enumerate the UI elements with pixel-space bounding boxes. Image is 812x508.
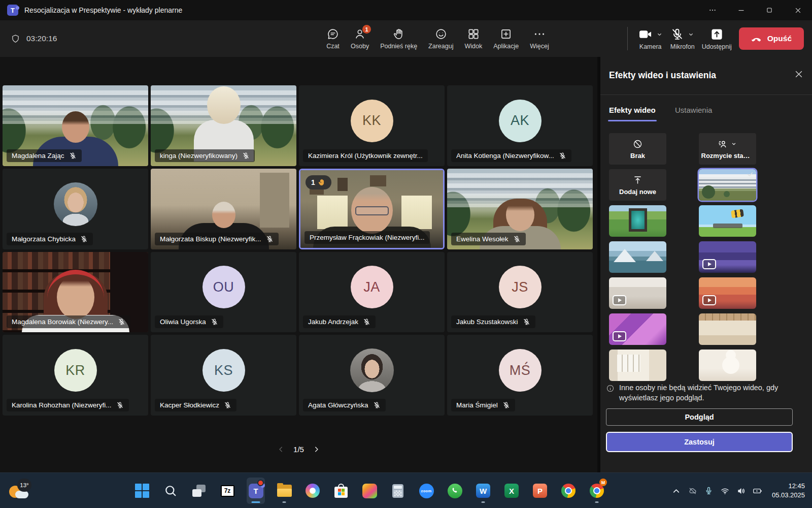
avatar-photo: [350, 348, 394, 392]
volume-icon[interactable]: [736, 486, 746, 496]
participant-name-label: Małgorzata Chybicka: [7, 233, 93, 245]
share-screen-icon[interactable]: [710, 27, 724, 41]
avatar-initials: AK: [499, 100, 542, 142]
close-panel-icon[interactable]: [794, 69, 804, 79]
tab-ustawienia[interactable]: Ustawienia: [675, 106, 712, 114]
microphone-options-chevron-icon[interactable]: [687, 30, 695, 38]
next-page-icon[interactable]: [312, 445, 321, 454]
avatar-initials: JS: [499, 266, 542, 308]
taskbar-clock[interactable]: 12:45 05.03.2025: [772, 482, 805, 499]
background-thumbnail-white-arches[interactable]: [699, 350, 756, 381]
ban-icon: [632, 139, 643, 149]
toolbar-button-aplikacje[interactable]: Aplikacje: [489, 20, 523, 57]
tray-microphone-icon[interactable]: [704, 486, 714, 496]
search-button[interactable]: [161, 478, 180, 504]
mic-muted-icon: [211, 318, 218, 326]
participant-tile-8[interactable]: Ewelina Wesołek: [447, 169, 593, 249]
effect-option-blur[interactable]: Rozmycie stand...: [699, 133, 756, 165]
background-thumbnail-minecraft-bee[interactable]: [699, 205, 756, 237]
leave-meeting-button[interactable]: Opuść: [739, 27, 804, 50]
task-view-icon: [192, 484, 206, 498]
effect-option-none[interactable]: Brak: [609, 133, 666, 165]
mic-muted-icon: [523, 318, 530, 326]
participant-tile-5[interactable]: Małgorzata Chybicka: [3, 169, 148, 249]
toolbar-button-widok[interactable]: Widok: [460, 20, 487, 57]
people-icon: 1: [353, 27, 366, 41]
participant-tile-15[interactable]: Agata Główczyńska: [299, 335, 445, 416]
hangup-phone-icon: [751, 33, 762, 44]
camera-icon[interactable]: [638, 27, 653, 42]
chrome-app[interactable]: [559, 478, 578, 504]
7zip-app[interactable]: 7z: [218, 478, 236, 504]
participant-tile-6[interactable]: Małgorzata Biskup (Niezweryfik...: [151, 169, 296, 249]
minimize-button[interactable]: [727, 0, 755, 20]
candy-crush-icon: [362, 484, 377, 498]
participant-tile-16[interactable]: MŚMaria Śmigiel: [447, 335, 593, 416]
weather-widget[interactable]: 13°: [8, 479, 39, 503]
previous-page-icon[interactable]: [277, 445, 285, 454]
word-icon: W: [476, 484, 490, 498]
preview-button[interactable]: Podgląd: [606, 408, 793, 426]
battery-icon[interactable]: [753, 486, 762, 496]
background-thumbnail-mountain-lake[interactable]: [609, 241, 666, 273]
wifi-icon[interactable]: [720, 486, 730, 496]
background-thumbnail-white-blossoms[interactable]: [609, 277, 666, 309]
toolbar-button-wiecej[interactable]: Więcej: [525, 20, 554, 57]
participant-name: Ewelina Wesołek: [456, 235, 509, 243]
grid4-icon: [467, 27, 480, 41]
start-button[interactable]: [133, 478, 151, 504]
background-thumbnail-sunset-clouds[interactable]: [699, 277, 756, 309]
file-explorer-app[interactable]: [275, 478, 293, 504]
camera-options-chevron-icon[interactable]: [656, 30, 663, 38]
task-view-button[interactable]: [190, 478, 208, 504]
powerpoint-icon: P: [533, 484, 547, 498]
microsoft-store-app[interactable]: [332, 478, 350, 504]
participant-tile-11[interactable]: JAJakub Andrzejak: [299, 252, 445, 333]
maximize-button[interactable]: [755, 0, 784, 20]
calculator-app[interactable]: [389, 478, 407, 504]
tray-chevron-up-icon[interactable]: [671, 486, 681, 496]
effect-option-label: Brak: [630, 152, 645, 160]
toolbar-button-zareaguj[interactable]: Zareaguj: [424, 20, 458, 57]
teams-app[interactable]: T: [247, 478, 265, 504]
participant-tile-1[interactable]: Magdalena Zając: [3, 85, 148, 166]
copilot-app[interactable]: [303, 478, 322, 504]
participant-tile-4[interactable]: AKAnita Kotlenga (Niezweryfikow...: [447, 85, 593, 166]
word-app[interactable]: W: [474, 478, 492, 504]
onedrive-offline-icon[interactable]: [688, 486, 697, 496]
background-thumbnail-beige-interior[interactable]: [699, 313, 756, 345]
toolbar-button-osoby[interactable]: 1Osoby: [346, 20, 374, 57]
background-thumbnail-night-mountains[interactable]: [699, 241, 756, 273]
participant-tile-2[interactable]: kinga (Niezweryfikowany): [151, 85, 296, 166]
participant-tile-9[interactable]: Magdalena Borowiak (Niezwery...: [3, 252, 148, 333]
effect-option-custom-building[interactable]: [699, 169, 756, 201]
background-thumbnail-minecraft-portal[interactable]: [609, 205, 666, 237]
effect-option-add-new[interactable]: Dodaj nowe: [609, 169, 666, 201]
background-thumbnail-bright-interior[interactable]: [609, 350, 666, 381]
whatsapp-app[interactable]: [446, 478, 464, 504]
window-menu-button[interactable]: [698, 0, 727, 20]
participant-tile-3[interactable]: KKKazimiera Król (Użytkownik zewnętr...: [299, 85, 445, 166]
excel-app[interactable]: X: [502, 478, 521, 504]
participant-tile-10[interactable]: OUOliwia Ugorska: [151, 252, 296, 333]
meeting-timer-group: 03:20:16: [10, 20, 57, 57]
participant-name-label: Kazimiera Król (Użytkownik zewnętr...: [303, 149, 428, 162]
background-thumbnail-purple-flowers[interactable]: [609, 313, 666, 345]
powerpoint-app[interactable]: P: [531, 478, 549, 504]
tab-efekty-wideo[interactable]: Efekty wideo: [609, 106, 656, 114]
candy-crush-app[interactable]: [360, 478, 379, 504]
participant-tile-14[interactable]: KSKacper Słodkiewicz: [151, 335, 296, 416]
toolbar-button-czat[interactable]: Czat: [322, 20, 344, 57]
participant-tile-13[interactable]: KRKarolina Rohozhan (Niezweryfi...: [3, 335, 148, 416]
mic-muted-icon: [116, 401, 124, 409]
close-window-button[interactable]: [784, 0, 812, 20]
participant-tile-12[interactable]: JSJakub Szustakowski: [447, 252, 593, 333]
chrome-profile-app[interactable]: M: [588, 478, 606, 504]
apply-button[interactable]: Zastosuj: [606, 432, 793, 452]
zoom-app[interactable]: zoom: [417, 478, 435, 504]
toolbar-button-podnies-reke[interactable]: Podnieś rękę: [376, 20, 422, 57]
participant-tile-7[interactable]: 1Przemysław Frąckowiak (Niezweryfi...: [299, 169, 445, 249]
running-indicator: [283, 501, 286, 503]
microphone-label: Mikrofon: [670, 43, 695, 50]
mic-off-icon[interactable]: [670, 27, 684, 41]
